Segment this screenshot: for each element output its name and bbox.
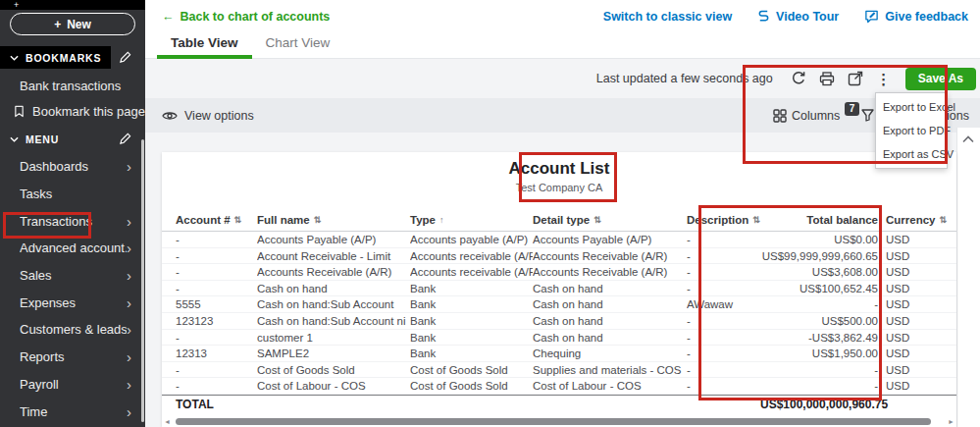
tab-table-view[interactable]: Table View bbox=[157, 29, 252, 59]
cell-description: - bbox=[687, 232, 760, 247]
cell-account-number: - bbox=[176, 362, 257, 378]
column-header-detail-type[interactable]: Detail type ⇅ bbox=[533, 214, 687, 226]
sidebar-item-label: Advanced account... bbox=[20, 240, 127, 255]
more-options-button[interactable]: ⋮ bbox=[876, 72, 891, 86]
bookmark-this-page-label: Bookmark this page bbox=[32, 104, 145, 119]
cell-detail-type: Cash on hand bbox=[533, 313, 687, 329]
sidebar-item-reports[interactable]: Reports › bbox=[0, 344, 145, 371]
cell-detail-type: Accounts Receivable (A/R) bbox=[533, 264, 687, 280]
table-total-row: TOTAL US$100,000,000,960.75 bbox=[162, 395, 956, 413]
column-header-full-name[interactable]: Full name ⇅ bbox=[257, 214, 410, 226]
bookmarks-label: BOOKMARKS bbox=[26, 52, 112, 64]
cell-total-balance: US$99,999,999,660.65 bbox=[760, 248, 878, 264]
table-row[interactable]: 5555 Cash on hand:Sub Account Bank Cash … bbox=[162, 296, 956, 313]
video-tour-link[interactable]: Video Tour bbox=[757, 9, 839, 24]
cell-description: - bbox=[687, 330, 760, 346]
scrollbar-thumb[interactable] bbox=[176, 418, 931, 425]
table-row[interactable]: - Cost of Labour - COS Cost of Goods Sol… bbox=[162, 378, 956, 395]
cell-currency: USD bbox=[878, 378, 956, 394]
columns-count-badge: 7 bbox=[845, 102, 859, 116]
cell-full-name: Cost of Labour - COS bbox=[257, 378, 410, 394]
cell-account-number: - bbox=[176, 281, 257, 296]
sort-icon: ⇅ bbox=[314, 215, 322, 225]
cell-full-name: SAMPLE2 bbox=[257, 346, 410, 361]
bookmark-this-page-button[interactable]: Bookmark this page bbox=[0, 101, 145, 121]
refresh-icon bbox=[791, 71, 806, 86]
scrollbar-track[interactable] bbox=[174, 418, 945, 425]
pencil-icon[interactable] bbox=[119, 51, 131, 64]
account-table: Account # ⇅ Full name ⇅ Type ↑ Detail ty… bbox=[162, 208, 956, 413]
scroll-right-arrow[interactable]: ► bbox=[948, 418, 954, 425]
table-row[interactable]: - Accounts Payable (A/P) Accounts payabl… bbox=[162, 232, 956, 248]
sidebar-item-bank-transactions[interactable]: Bank transactions bbox=[0, 76, 145, 95]
sidebar-item-expenses[interactable]: Expenses › bbox=[0, 289, 145, 316]
options-bar: View options Columns 7 Filter 1 ptions bbox=[145, 98, 980, 133]
menu-section-header[interactable]: MENU bbox=[0, 128, 145, 150]
export-button[interactable] bbox=[848, 71, 863, 86]
cell-total-balance: US$500.00 bbox=[760, 313, 878, 329]
bookmarks-section-header[interactable]: BOOKMARKS bbox=[0, 46, 145, 69]
print-button[interactable] bbox=[819, 72, 835, 86]
table-header-row: Account # ⇅ Full name ⇅ Type ↑ Detail ty… bbox=[162, 208, 956, 232]
new-button[interactable]: + New bbox=[10, 13, 135, 35]
table-row[interactable]: - Accounts Receivable (A/R) Accounts rec… bbox=[162, 264, 956, 281]
sidebar-item-advanced-account[interactable]: Advanced account... › bbox=[0, 235, 145, 262]
cell-currency: USD bbox=[878, 281, 956, 296]
table-row[interactable]: - Cost of Goods Sold Cost of Goods Sold … bbox=[162, 362, 956, 379]
export-menu-item-export-to-pdf[interactable]: Export to PDF bbox=[876, 119, 947, 142]
scroll-left-arrow[interactable]: ◄ bbox=[164, 418, 171, 425]
column-header-currency[interactable]: Currency ⇅ bbox=[878, 214, 956, 226]
cell-account-number: - bbox=[176, 378, 257, 394]
column-header-type[interactable]: Type ↑ bbox=[410, 214, 533, 226]
save-as-button[interactable]: Save As bbox=[905, 68, 976, 90]
cell-full-name: Accounts Payable (A/P) bbox=[257, 232, 410, 247]
cell-type: Bank bbox=[410, 281, 533, 296]
export-menu-item-export-to-excel[interactable]: Export to Excel bbox=[876, 95, 947, 119]
pencil-icon[interactable] bbox=[119, 133, 131, 145]
columns-button[interactable]: Columns 7 bbox=[773, 98, 859, 133]
chevron-right-icon: › bbox=[127, 404, 131, 419]
sort-icon: ⇅ bbox=[752, 215, 760, 225]
horizontal-scrollbar[interactable]: ◄ ► bbox=[164, 417, 954, 425]
table-row[interactable]: 123123 Cash on hand:Sub Account ni Bank … bbox=[162, 313, 956, 330]
column-header-description[interactable]: Description ⇅ bbox=[687, 214, 760, 226]
sidebar-scrollbar[interactable] bbox=[141, 139, 145, 422]
cell-full-name: Cost of Goods Sold bbox=[257, 362, 410, 378]
export-menu-item-export-as-csv[interactable]: Export as CSV bbox=[876, 142, 947, 166]
switch-classic-link[interactable]: Switch to classic view bbox=[603, 10, 732, 24]
back-link[interactable]: ← Back to chart of accounts bbox=[162, 10, 330, 24]
column-header-account[interactable]: Account # ⇅ bbox=[176, 214, 257, 226]
column-header-label: Currency bbox=[886, 214, 936, 226]
sort-icon: ⇅ bbox=[234, 215, 242, 225]
right-gutter bbox=[956, 128, 980, 427]
give-feedback-link[interactable]: Give feedback bbox=[864, 9, 968, 24]
collapse-button[interactable] bbox=[962, 135, 974, 143]
column-header-total-balance[interactable]: Total balance bbox=[760, 214, 878, 226]
sidebar-item-tasks[interactable]: Tasks › bbox=[0, 181, 145, 208]
table-row[interactable]: - customer 1 Bank Cash on hand - -US$3,8… bbox=[162, 330, 956, 347]
menu-label: MENU bbox=[26, 133, 112, 145]
cell-currency: USD bbox=[878, 362, 956, 378]
sidebar-item-time[interactable]: Time › bbox=[0, 398, 145, 425]
sidebar-item-dashboards[interactable]: Dashboards › bbox=[0, 153, 145, 181]
table-row[interactable]: 12313 SAMPLE2 Bank Chequing - US$1,950.0… bbox=[162, 346, 956, 362]
sidebar-item-payroll[interactable]: Payroll › bbox=[0, 371, 145, 399]
refresh-button[interactable] bbox=[791, 71, 806, 86]
sort-icon: ↑ bbox=[439, 215, 444, 225]
cell-total-balance: -US$3,862.49 bbox=[760, 330, 878, 346]
cell-detail-type: Cash on hand bbox=[533, 296, 687, 312]
cell-account-number: 12313 bbox=[176, 346, 257, 361]
sidebar-item-label: Dashboards bbox=[20, 159, 127, 174]
sidebar-item-transactions[interactable]: Transactions › bbox=[0, 207, 145, 235]
view-tabs: Table View Chart View bbox=[157, 29, 343, 59]
table-row[interactable]: - Account Receivable - Limit Accounts re… bbox=[162, 248, 956, 265]
column-header-label: Full name bbox=[257, 214, 310, 226]
cell-description: - bbox=[687, 248, 760, 264]
sidebar-item-sales[interactable]: Sales › bbox=[0, 262, 145, 290]
view-options-button[interactable]: View options bbox=[162, 98, 254, 133]
table-row[interactable]: - Cash on hand Bank Cash on hand - US$10… bbox=[162, 281, 956, 297]
tab-chart-view[interactable]: Chart View bbox=[252, 29, 344, 59]
sidebar-item-customers-leads[interactable]: Customers & leads › bbox=[0, 316, 145, 344]
chevron-right-icon: › bbox=[127, 268, 131, 283]
column-header-label: Type bbox=[410, 214, 436, 226]
